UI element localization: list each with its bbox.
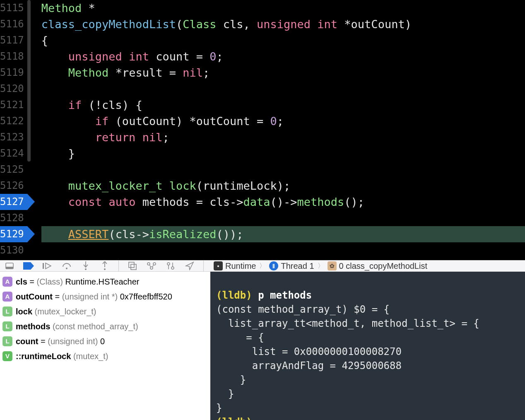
crumb-thread[interactable]: ⦀ Thread 1 — [269, 261, 314, 271]
code-line[interactable]: Method *result = nil; — [41, 65, 525, 81]
var-type: (mutex_locker_t) — [35, 307, 96, 316]
console-line: list = 0x0000000100008270 — [216, 346, 402, 357]
var-value: 0 — [100, 337, 105, 346]
var-type: (Class) — [37, 277, 65, 286]
line-number[interactable]: 5127 — [0, 194, 27, 210]
code-line[interactable]: class_copyMethodList(Class cls, unsigned… — [41, 16, 525, 32]
line-number[interactable]: 5118 — [0, 48, 27, 65]
var-kind-badge: A — [2, 292, 12, 302]
step-into-icon[interactable] — [80, 261, 91, 271]
code-line[interactable]: { — [41, 32, 525, 48]
code-line[interactable]: } — [41, 145, 525, 162]
step-out-icon[interactable] — [99, 261, 110, 271]
line-number[interactable]: 5125 — [0, 162, 27, 178]
hide-debug-icon[interactable] — [4, 261, 15, 271]
var-name: outCount — [16, 292, 53, 301]
svg-point-17 — [171, 267, 174, 269]
line-number[interactable]: 5124 — [0, 145, 27, 162]
var-kind-badge: L — [2, 336, 12, 346]
code-line[interactable]: const auto methods = cls->data()->method… — [41, 194, 525, 210]
crumb-thread-label: Thread 1 — [281, 261, 314, 271]
var-name: lock — [16, 307, 32, 316]
code-line[interactable]: Method * — [41, 0, 525, 16]
svg-point-5 — [85, 268, 87, 270]
line-number[interactable]: 5123 — [0, 129, 27, 145]
line-number[interactable]: 5120 — [0, 81, 27, 97]
code-line[interactable] — [41, 162, 525, 178]
code-line[interactable]: mutex_locker_t lock(runtimeLock); — [41, 178, 525, 194]
debug-area: Acls = (Class) Runtime.HSTeacherAoutCoun… — [0, 272, 525, 420]
line-number[interactable]: 5130 — [0, 242, 27, 258]
line-number[interactable]: 5126 — [0, 178, 27, 194]
console-line: } — [216, 388, 234, 400]
variable-row[interactable]: Lmethods (const method_array_t) — [0, 319, 210, 334]
separator — [118, 261, 119, 271]
memory-graph-icon[interactable] — [146, 261, 157, 271]
line-number[interactable]: 5128 — [0, 210, 27, 226]
var-type: (const method_array_t) — [53, 322, 138, 331]
code-area[interactable]: Method *class_copyMethodList(Class cls, … — [27, 0, 525, 260]
console-line: list_array_tt<method_t, method_list_t> =… — [216, 318, 479, 329]
variable-row[interactable]: Lcount = (unsigned int) 0 — [0, 334, 210, 349]
var-kind-badge: A — [2, 277, 12, 287]
svg-point-3 — [66, 268, 67, 269]
line-number[interactable]: 5117 — [0, 32, 27, 48]
console-line: } — [216, 374, 246, 386]
variable-row[interactable]: Acls = (Class) Runtime.HSTeacher — [0, 274, 210, 289]
code-line[interactable] — [41, 242, 525, 258]
gutter[interactable]: 5115511651175118511951205121512251235124… — [0, 0, 27, 260]
code-editor[interactable]: 5115511651175118511951205121512251235124… — [0, 0, 525, 260]
var-value: 0x7ffeefbff520 — [120, 292, 172, 301]
separator — [203, 261, 204, 271]
line-number[interactable]: 5129 — [0, 226, 27, 242]
step-over-icon[interactable] — [61, 261, 72, 271]
code-line[interactable]: if (!cls) { — [41, 97, 525, 113]
svg-rect-2 — [43, 263, 44, 269]
var-kind-badge: L — [2, 307, 12, 316]
var-type: (unsigned int) — [48, 337, 100, 346]
svg-line-14 — [152, 265, 154, 267]
crumb-frame-label: 0 class_copyMethodList — [339, 261, 427, 271]
crumb-frame[interactable]: ✿ 0 class_copyMethodList — [328, 261, 427, 271]
variable-row[interactable]: Llock (mutex_locker_t) — [0, 304, 210, 319]
code-line[interactable]: if (outCount) *outCount = 0; — [41, 113, 525, 129]
var-name: ::runtimeLock — [16, 352, 71, 361]
breakpoint-toggle-icon[interactable] — [23, 261, 34, 271]
code-line[interactable] — [41, 210, 525, 226]
line-number[interactable]: 5115 — [0, 0, 27, 16]
var-kind-badge: L — [2, 321, 12, 331]
chevron-right-icon: 〉 — [259, 262, 266, 270]
svg-rect-1 — [6, 267, 13, 269]
lldb-console[interactable]: (lldb) p methods (const method_array_t) … — [210, 272, 525, 420]
svg-rect-9 — [131, 264, 136, 270]
line-number[interactable]: 5119 — [0, 65, 27, 81]
lldb-command: p methods — [258, 290, 312, 301]
view-debugger-icon[interactable] — [127, 261, 138, 271]
console-line: } — [216, 402, 222, 414]
code-line[interactable]: return nil; — [41, 129, 525, 145]
debug-breadcrumb: ▪ Runtime 〉 ⦀ Thread 1 〉 ✿ 0 class_copyM… — [214, 261, 427, 271]
crumb-target-label: Runtime — [225, 261, 256, 271]
line-number[interactable]: 5122 — [0, 113, 27, 129]
var-type: (mutex_t) — [73, 352, 108, 361]
environment-overrides-icon[interactable] — [165, 261, 176, 271]
code-line[interactable]: unsigned int count = 0; — [41, 48, 525, 65]
code-line[interactable]: ASSERT(cls->isRealized()); — [41, 226, 525, 242]
continue-icon[interactable] — [42, 261, 53, 271]
line-number[interactable]: 5116 — [0, 16, 27, 32]
console-line: arrayAndFlag = 4295000688 — [216, 360, 402, 372]
debug-toolbar: ▪ Runtime 〉 ⦀ Thread 1 〉 ✿ 0 class_copyM… — [0, 260, 525, 272]
location-icon[interactable] — [184, 261, 195, 271]
variable-row[interactable]: AoutCount = (unsigned int *) 0x7ffeefbff… — [0, 289, 210, 304]
variables-view[interactable]: Acls = (Class) Runtime.HSTeacherAoutCoun… — [0, 272, 210, 420]
lldb-prompt: (lldb) — [216, 416, 252, 420]
var-name: cls — [16, 277, 27, 286]
variable-row[interactable]: V::runtimeLock (mutex_t) — [0, 349, 210, 364]
crumb-target[interactable]: ▪ Runtime — [214, 261, 256, 271]
svg-point-15 — [167, 263, 170, 265]
console-line: = { — [216, 332, 264, 343]
code-line[interactable] — [41, 81, 525, 97]
line-number[interactable]: 5121 — [0, 97, 27, 113]
scrollbar-thumb[interactable] — [27, 0, 31, 162]
chevron-right-icon: 〉 — [318, 262, 324, 270]
